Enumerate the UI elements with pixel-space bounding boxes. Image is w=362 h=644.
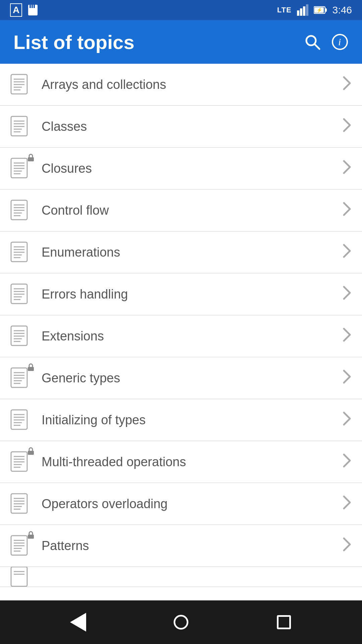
svg-rect-92 (11, 567, 27, 586)
topic-icon-wrap (7, 532, 34, 559)
list-item[interactable]: Initializing of types (0, 399, 362, 441)
list-item[interactable] (0, 567, 362, 587)
topic-label: Control flow (42, 203, 342, 218)
document-icon (10, 409, 30, 431)
topic-label: Generic types (42, 371, 342, 385)
list-item[interactable]: Classes (0, 106, 362, 148)
back-button[interactable] (65, 609, 92, 636)
svg-rect-3 (34, 5, 35, 8)
document-icon (10, 493, 30, 515)
topic-icon-wrap (7, 323, 34, 350)
home-button[interactable] (168, 609, 194, 636)
svg-text:i: i (338, 36, 341, 47)
recent-icon (277, 615, 291, 629)
topic-list: Arrays and collections Classes Closures (0, 64, 362, 600)
svg-rect-1 (29, 5, 31, 8)
status-bar: A LTE ⚡ 3:46 (0, 0, 362, 20)
chevron-right-icon (342, 285, 352, 303)
back-icon (70, 613, 86, 632)
list-item[interactable]: Patterns (0, 525, 362, 567)
topic-icon-wrap (7, 567, 34, 587)
topic-label: Errors handling (42, 287, 342, 302)
topic-icon-wrap (7, 281, 34, 308)
recent-button[interactable] (270, 609, 297, 636)
topic-icon-wrap (7, 448, 34, 475)
topic-label: Classes (42, 119, 342, 134)
topic-icon-wrap (7, 407, 34, 433)
sd-card-icon (27, 4, 39, 16)
chevron-right-icon (342, 369, 352, 387)
topic-icon-wrap (7, 71, 34, 98)
info-icon: i (331, 33, 349, 51)
topic-label: Multi-threaded operations (42, 455, 342, 469)
chevron-right-icon (342, 118, 352, 136)
svg-rect-2 (32, 5, 33, 8)
topic-icon-wrap (7, 365, 34, 391)
search-button[interactable] (304, 33, 321, 51)
chevron-right-icon (342, 160, 352, 177)
list-item[interactable]: Control flow (0, 190, 362, 231)
topic-label: Operators overloading (42, 497, 342, 511)
document-icon (10, 567, 30, 587)
list-item[interactable]: Arrays and collections (0, 64, 362, 106)
svg-rect-91 (28, 535, 34, 539)
list-item[interactable]: Errors handling (0, 273, 362, 315)
svg-rect-6 (303, 6, 305, 16)
info-button[interactable]: i (331, 33, 349, 51)
a-icon: A (10, 3, 22, 17)
svg-rect-65 (28, 367, 34, 371)
svg-rect-4 (297, 10, 299, 16)
document-icon (10, 241, 30, 263)
document-icon (10, 200, 30, 221)
svg-rect-9 (325, 8, 327, 12)
topic-label: Closures (42, 161, 342, 176)
chevron-right-icon (342, 76, 352, 94)
lock-icon (27, 447, 35, 455)
lock-icon (27, 531, 35, 539)
document-icon (10, 283, 30, 305)
lock-icon (27, 154, 35, 162)
topic-icon-wrap (7, 155, 34, 182)
status-bar-left: A (10, 3, 39, 17)
list-item[interactable]: Enumerations (0, 231, 362, 273)
chevron-right-icon (342, 453, 352, 471)
list-item[interactable]: Operators overloading (0, 483, 362, 525)
document-icon (10, 116, 30, 137)
chevron-right-icon (342, 495, 352, 513)
topic-label: Extensions (42, 329, 342, 343)
chevron-right-icon (342, 411, 352, 429)
document-icon (10, 325, 30, 347)
status-bar-right: LTE ⚡ 3:46 (277, 4, 352, 16)
list-item[interactable]: Extensions (0, 315, 362, 357)
topic-label: Patterns (42, 539, 342, 553)
time-display: 3:46 (333, 4, 352, 16)
home-icon (174, 615, 188, 630)
signal-icon (297, 4, 308, 16)
list-item[interactable]: Closures (0, 148, 362, 190)
battery-icon: ⚡ (314, 5, 327, 15)
list-item[interactable]: Multi-threaded operations (0, 441, 362, 483)
topic-icon-wrap (7, 239, 34, 266)
lte-label: LTE (277, 6, 292, 14)
svg-text:⚡: ⚡ (316, 7, 322, 13)
chevron-right-icon (342, 537, 352, 555)
svg-rect-5 (300, 8, 302, 16)
svg-rect-7 (306, 4, 308, 16)
app-bar-icons: i (304, 33, 349, 51)
topic-label: Arrays and collections (42, 77, 342, 92)
list-item[interactable]: Generic types (0, 357, 362, 399)
topic-icon-wrap (7, 197, 34, 224)
topic-label: Initializing of types (42, 413, 342, 427)
svg-line-13 (314, 44, 319, 49)
search-icon (304, 33, 321, 51)
app-bar: List of topics i (0, 20, 362, 64)
page-title: List of topics (13, 31, 304, 53)
svg-rect-34 (28, 157, 34, 161)
chevron-right-icon (342, 202, 352, 219)
chevron-right-icon (342, 327, 352, 345)
topic-icon-wrap (7, 490, 34, 517)
document-icon (10, 74, 30, 95)
nav-bar (0, 600, 362, 644)
topic-label: Enumerations (42, 245, 342, 260)
topic-icon-wrap (7, 113, 34, 140)
